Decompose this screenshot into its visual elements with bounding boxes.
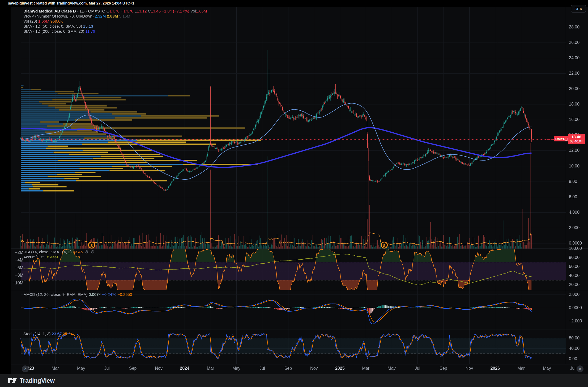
rsi-legend-row[interactable]: RSI (14, close, SMA, 14, 2) 43.45 ∅ ∅ [23,249,95,254]
ohlc-low: L13.12 [135,9,147,13]
volume-legend-row[interactable]: Vol (20) 1.66M 969.6K [23,19,207,24]
stoch-legend: Stoch (14, 1, 3) 23.67 35.24 [23,331,73,336]
stoch-tick-label: 80.00 [569,336,580,340]
rsi-value: 43.45 [73,250,83,254]
rsi-tick-label: 40.00 [569,273,580,278]
time-axis-month-label: Nov [155,366,162,371]
symbol-legend-row[interactable]: Diamyd Medical AB Class B · 1D · OMXSTO … [23,9,207,14]
auto-scale-badge[interactable]: A [577,365,583,372]
vol-value: 1.66M [196,9,207,13]
rsi-tick-label: 80.00 [569,255,580,260]
vol20-ma: 969.6K [50,19,63,23]
time-axis-year-label: 2025 [335,366,345,371]
time-axis-month-label: May [388,366,396,371]
accum-dist-tick-label: −10M [11,281,23,285]
macd-signal-value: −0.2550 [118,292,132,297]
macd-hist-value: 0.0074 [89,292,101,297]
vrvp-down-value: 2.83M [107,14,118,18]
stoch-tick-label: 0.00 [569,356,577,361]
accum-dist-tick-label: −4M [11,258,23,263]
symbol-title: Diamyd Medical AB Class B [23,9,76,13]
time-axis-month-label: Jul [104,366,110,371]
macd-legend: MACD (12, 26, close, 9, EMA, EMA) 0.0074… [23,292,132,297]
rsi-tick-label: 100.00 [569,246,582,251]
time-axis-month-label: Mar [207,366,214,371]
rsi-tick-label: 60.00 [569,264,580,269]
time-axis-year-label: 2024 [180,366,189,371]
vol20-current: 1.66M [38,19,49,23]
macd-legend-row[interactable]: MACD (12, 26, close, 9, EMA, EMA) 0.0074… [23,292,132,297]
price-tick-label: 0.0000 [569,241,582,246]
macd-tick-label: −2.000 [569,319,582,323]
time-axis-month-label: Sep [284,366,292,371]
bar-countdown: 03:40:04 [568,139,585,144]
price-tick-label: 2.000 [569,225,580,230]
accum-dist-tick-label: −2M [11,250,23,255]
rsi-tick-label: 20.00 [569,282,580,287]
price-tick-label: 8.00 [569,179,577,184]
split-event-marker[interactable]: S [88,242,95,249]
sma200-value: 11.76 [85,29,95,33]
sma50-value: 15.13 [83,24,93,28]
stoch-legend-row[interactable]: Stoch (14, 1, 3) 23.67 35.24 [23,331,73,336]
currency-button[interactable]: SEK [571,5,586,12]
tradingview-logo-icon[interactable] [8,377,17,384]
timezone-badge[interactable]: Z [22,365,29,372]
time-axis-month-label: Jul [570,366,575,371]
sma200-legend-row[interactable]: SMA · 1D (200, close, 0, SMA, 20) 11.76 [23,29,207,34]
price-tick-label: 6.00 [569,195,577,199]
price-tick-label: 20.00 [569,86,580,91]
macd-line-value: −0.2476 [102,292,117,297]
macd-tick-label: 2.000 [569,292,580,297]
sma50-legend-row[interactable]: SMA · 1D (50, close, 0, SMA, 50) 15.13 [23,24,207,29]
stoch-tick-label: 40.00 [569,346,580,351]
price-tick-label: 4.000 [569,210,580,215]
time-axis-month-label: Mar [362,366,369,371]
time-axis-month-label: Mar [52,366,59,371]
watermark-bar: TradingView [0,374,588,387]
time-axis-month-label: Jul [415,366,420,371]
time-axis-month-label: May [77,366,85,371]
stoch-k-value: 23.67 [52,331,62,336]
last-price-axis-label[interactable]: 13.46 03:40:04 [568,134,585,144]
price-tick-label: 16.00 [569,117,580,122]
last-price: 13.46 [568,134,585,139]
tradingview-wordmark: TradingView [20,377,55,384]
price-tick-label: 26.00 [569,40,580,45]
price-tick-label: 22.00 [569,71,580,76]
change-value: −1.04 (−7.17%) [162,9,189,13]
ohlc-close: C13.46 [148,9,161,13]
time-axis-month-label: Sep [440,366,447,371]
time-axis-month-label: Sep [129,366,137,371]
vrvp-up-value: 2.32M [95,14,106,18]
macd-tick-label: 0.0000 [569,305,582,310]
split-event-marker[interactable]: S [381,242,388,249]
time-axis-year-label: 2026 [491,366,500,371]
chart-canvas[interactable] [0,0,588,387]
interval-label[interactable]: 1D [79,9,84,13]
exchange-label: OMXSTO [88,9,105,13]
vrvp-total-value: 5.16M [119,14,130,18]
time-axis-month-label: Nov [310,366,318,371]
price-tick-label: 24.00 [569,56,580,60]
vrvp-legend-row[interactable]: VRVP (Number Of Rows, 70, Up/Down) 2.32M… [23,14,207,19]
time-axis-month-label: May [232,366,240,371]
stoch-d-value: 35.24 [63,331,73,336]
rsi-legend: RSI (14, close, SMA, 14, 2) 43.45 ∅ ∅ Ac… [23,249,95,259]
rsi-empty-1: ∅ [84,250,89,254]
accum-dist-legend-row[interactable]: Accum/Dist −8.44M [23,254,95,259]
vol-label: Vol [190,9,196,13]
price-tick-label: 10.00 [569,164,580,169]
accum-dist-tick-label: −6M [11,266,23,270]
time-axis-month-label: Nov [466,366,473,371]
price-tick-label: 12.00 [569,148,580,153]
tradingview-chart-window: savepiginvest created with TradingView.c… [0,0,588,387]
main-legend: Diamyd Medical AB Class B · 1D · OMXSTO … [23,9,207,34]
time-axis-month-label: Jul [259,366,265,371]
price-tick-label: 18.00 [569,102,580,107]
time-axis-month-label: Mar [517,366,525,371]
accum-dist-tick-label: −8M [11,273,23,278]
ohlc-high: H14.78 [121,9,133,13]
price-tick-label: 28.00 [569,25,580,30]
rsi-empty-2: ∅ [90,250,95,254]
